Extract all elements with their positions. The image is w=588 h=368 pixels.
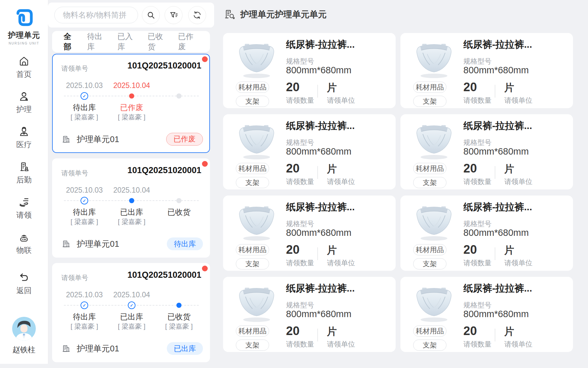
product-card[interactable]: 纸尿裤-拉拉裤... 规格型号 800mm*680mm 耗材用品 支架 20 请…: [400, 277, 573, 352]
step-label: 待出库: [61, 102, 108, 112]
refresh-button[interactable]: [188, 6, 206, 24]
sidebar-item-logistics[interactable]: 后勤: [0, 161, 48, 196]
tag-consumable: 耗材用品: [413, 82, 446, 93]
app-logo: 护理单元 NURSING UNIT: [0, 0, 48, 45]
logistics-icon: [18, 161, 30, 173]
product-tags: 耗材用品 支架: [413, 82, 446, 107]
product-tags: 耗材用品 支架: [413, 244, 446, 269]
step-node-icon: [176, 303, 182, 308]
nurse-icon: [18, 90, 30, 102]
quantity-label: 请领数量: [463, 340, 491, 349]
requisition-unit: 片: [504, 244, 514, 257]
requisition-unit: 片: [327, 325, 337, 338]
sidebar-item-nursing[interactable]: 护理: [0, 90, 48, 125]
timeline-step: 2025.10.04 已出库 [ 梁嘉豪 ]: [108, 186, 155, 226]
product-title: 纸尿裤-拉拉裤...: [286, 201, 355, 214]
product-card[interactable]: 纸尿裤-拉拉裤... 规格型号 800mm*680mm 耗材用品 支架 20 请…: [223, 114, 396, 189]
sidebar-item-label: 返回: [16, 285, 32, 296]
divider: [495, 166, 495, 179]
sidebar-item-medical[interactable]: 医疗: [0, 125, 48, 161]
step-person: [ 梁嘉豪 ]: [108, 217, 155, 226]
sidebar-item-label: 护理: [16, 104, 32, 115]
order-timeline: 2025.10.03 待出库 [ 梁嘉豪 ] 2025.10.04: [61, 291, 203, 330]
product-tags: 耗材用品 支架: [236, 163, 269, 188]
status-tab[interactable]: 待出库: [87, 29, 108, 54]
diaper-product-image: [413, 121, 455, 160]
sidebar-item-label: 请领: [16, 210, 32, 220]
quantity-label: 请领数量: [463, 258, 491, 268]
step-person: [ 梁嘉豪 ]: [108, 322, 155, 330]
search-button[interactable]: [142, 6, 160, 24]
order-timeline: 2025.10.03 待出库 [ 梁嘉豪 ] 2025.10.04: [61, 81, 203, 121]
requisition-quantity: 20: [286, 162, 299, 175]
product-card[interactable]: 纸尿裤-拉拉裤... 规格型号 800mm*680mm 耗材用品 支架 20 请…: [223, 277, 396, 352]
search-input[interactable]: [54, 7, 138, 23]
timeline-step: 2025.10.03 待出库 [ 梁嘉豪 ]: [61, 291, 108, 330]
timeline-step: 已收货: [155, 186, 203, 226]
order-no: 101Q20251020001: [128, 270, 201, 280]
product-title: 纸尿裤-拉拉裤...: [286, 119, 355, 132]
sidebar: 护理单元 NURSING UNIT 首页: [0, 0, 48, 364]
step-date: [155, 186, 203, 196]
product-card[interactable]: 纸尿裤-拉拉裤... 规格型号 800mm*680mm 耗材用品 支架 20 请…: [400, 33, 573, 108]
home-icon: [18, 55, 30, 67]
quantity-label: 请领数量: [286, 96, 314, 105]
sidebar-item-label: 医疗: [16, 140, 32, 150]
spec-value: 800mm*680mm: [463, 65, 529, 76]
panel-title: 护理单元护理单元单元: [240, 9, 327, 20]
status-tab[interactable]: 全部: [64, 29, 77, 54]
step-person: [155, 217, 203, 226]
sidebar-item-home[interactable]: 首页: [0, 55, 48, 90]
unit-search-icon: [224, 8, 236, 20]
building-icon: [61, 344, 71, 353]
spec-value: 800mm*680mm: [286, 65, 352, 76]
filter-button[interactable]: [165, 6, 182, 24]
notification-dot: [202, 56, 208, 62]
status-badge: 待出库: [167, 237, 203, 250]
user-profile[interactable]: 赵铁柱: [0, 316, 48, 355]
user-name: 赵铁柱: [12, 345, 35, 355]
timeline-step: 2025.10.04 已作废 [ 梁嘉豪 ]: [108, 81, 155, 121]
step-label: 已收货: [155, 207, 203, 217]
status-tab[interactable]: 已收货: [148, 29, 168, 54]
requisition-quantity: 20: [463, 162, 477, 175]
sidebar-nav: 首页 护理: [0, 55, 48, 307]
product-card[interactable]: 纸尿裤-拉拉裤... 规格型号 800mm*680mm 耗材用品 支架 20 请…: [223, 196, 396, 271]
requisition-icon: [18, 196, 30, 208]
status-tab[interactable]: 已入库: [117, 29, 138, 54]
step-node-wrap: [155, 301, 203, 310]
logo-icon: [14, 8, 34, 28]
quantity-label: 请领数量: [286, 177, 314, 187]
step-date: 2025.10.03: [61, 291, 108, 301]
tag-consumable: 耗材用品: [413, 244, 446, 255]
sidebar-item-iot[interactable]: 物联: [0, 231, 48, 266]
step-node-wrap: [61, 196, 108, 205]
status-tab[interactable]: 已作废: [178, 29, 198, 54]
quantity-label: 请领数量: [463, 96, 491, 105]
step-node-icon: [176, 198, 182, 203]
app-window: 护理单元 NURSING UNIT 首页: [0, 0, 588, 368]
step-label: 已作废: [108, 102, 155, 112]
tag-consumable: 耗材用品: [413, 163, 446, 174]
order-card[interactable]: 请领单号 101Q20251020001 2025.10.03 待出库: [52, 54, 210, 153]
step-date: [155, 81, 203, 92]
requisition-unit: 片: [327, 81, 337, 94]
nursing-unit-name: 护理单元01: [77, 343, 119, 354]
order-footer: 护理单元01 待出库: [61, 237, 203, 251]
order-no: 101Q20251020001: [128, 61, 201, 71]
sidebar-item-back[interactable]: 返回: [0, 271, 48, 307]
diaper-product-image: [236, 203, 277, 242]
logo-title: 护理单元: [8, 30, 40, 40]
requisition-unit: 片: [327, 162, 337, 176]
order-footer: 护理单元01 已作废: [61, 132, 203, 146]
product-card[interactable]: 纸尿裤-拉拉裤... 规格型号 800mm*680mm 耗材用品 支架 20 请…: [400, 196, 573, 271]
sidebar-item-requisition[interactable]: 请领: [0, 196, 48, 231]
order-card[interactable]: 请领单号 101Q20251020001 2025.10.03 待出库: [52, 263, 210, 362]
product-card[interactable]: 纸尿裤-拉拉裤... 规格型号 800mm*680mm 耗材用品 支架 20 请…: [223, 33, 396, 108]
step-node-wrap: [108, 301, 155, 310]
diaper-product-image: [413, 40, 455, 79]
avatar: [12, 316, 36, 341]
order-card[interactable]: 请领单号 101Q20251020001 2025.10.03 待出库: [52, 158, 210, 258]
spec-value: 800mm*680mm: [463, 146, 529, 157]
product-card[interactable]: 纸尿裤-拉拉裤... 规格型号 800mm*680mm 耗材用品 支架 20 请…: [400, 114, 573, 189]
